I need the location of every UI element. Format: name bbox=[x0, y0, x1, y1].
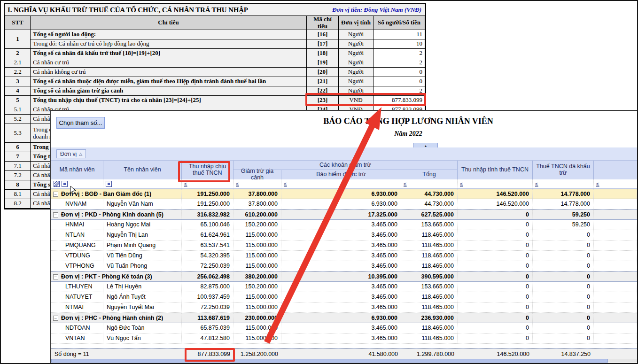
employee-value: 14.778.000 bbox=[533, 199, 594, 209]
filter-condition-icon-id[interactable] bbox=[62, 181, 68, 187]
group-row-value: 146.520.000 bbox=[458, 189, 533, 199]
employee-value: 0 bbox=[458, 292, 533, 302]
tax-row: 2.2Cá nhân không cư trú[20]Người0 bbox=[5, 68, 425, 77]
employee-row[interactable]: VNTANVũ Ngọc Tấn47.812.580115.000.0003.4… bbox=[51, 333, 637, 344]
collapse-group-icon[interactable]: − bbox=[53, 274, 58, 279]
tax-row-value: 0 bbox=[373, 68, 425, 77]
filter-cell-employee-name bbox=[103, 179, 182, 188]
employee-row[interactable]: LTHUYENLê Thị Huyền82.875.000150.200.000… bbox=[51, 282, 637, 292]
filter-condition-icon-name[interactable] bbox=[106, 181, 112, 187]
tax-row-code: [18] bbox=[307, 49, 339, 58]
tax-row-stt: 2 bbox=[5, 49, 31, 58]
employee-empty bbox=[594, 333, 637, 343]
employee-name: Hoàng Ngọc Mai bbox=[103, 220, 182, 230]
group-row-empty bbox=[594, 272, 637, 281]
column-header-insurance-deduction[interactable]: Bảo hiểm được trừ bbox=[281, 170, 401, 179]
employee-value: 118.465.000 bbox=[401, 302, 458, 312]
employee-id: NDTOAN bbox=[51, 323, 103, 333]
column-header-family-deduction[interactable]: Giảm trừ gia cảnh bbox=[233, 170, 281, 179]
group-row-value: 380.200.000 bbox=[233, 272, 281, 281]
group-row[interactable]: −Đơn vị : BGĐ - Ban Giám đốc (1)191.250.… bbox=[51, 189, 637, 199]
employee-empty bbox=[594, 302, 637, 312]
group-row-value: 14.778.000 bbox=[533, 189, 594, 199]
group-row-value: 230.000.000 bbox=[233, 313, 281, 323]
employee-value: 3.465.000 bbox=[281, 302, 401, 312]
employee-value: 65.875.039 bbox=[182, 323, 233, 333]
employee-value: 0 bbox=[533, 333, 594, 343]
tax-row-unit: Người bbox=[339, 30, 373, 39]
employee-row[interactable]: VTDUNGVũ Tiến Dũng54.320.395115.000.0003… bbox=[51, 251, 637, 261]
group-by-panel[interactable]: Đơn vị △ bbox=[51, 147, 637, 161]
column-header-employee-id[interactable]: Mã nhân viên bbox=[51, 161, 103, 179]
employee-value: 118.465.000 bbox=[401, 230, 458, 240]
group-row[interactable]: −Đơn vị : PHC - Phòng Hành chính (2)113.… bbox=[51, 313, 637, 323]
tax-row-stt: 2.1 bbox=[5, 58, 31, 68]
employee-row[interactable]: HNMAIHoàng Ngọc Mai65.100.046150.200.000… bbox=[51, 220, 637, 230]
tax-row-value: 0 bbox=[373, 77, 425, 86]
group-row-label: −Đơn vị : BGĐ - Ban Giám đốc (1) bbox=[51, 189, 182, 199]
tax-row-label: Cá nhân cư trú bbox=[31, 58, 307, 68]
employee-row[interactable]: NTLANNguyễn Thị Lan61.624.961115.000.000… bbox=[51, 230, 637, 240]
employee-id: PMQUANG bbox=[51, 240, 103, 250]
column-header-tax-withheld[interactable]: Thuế TNCN đã khấu trừ bbox=[533, 161, 594, 179]
employee-value: 3.465.000 bbox=[281, 251, 401, 261]
column-header-taxable-income[interactable]: Thu nhập chịu thuế TNCN bbox=[182, 161, 233, 179]
tax-row: 4Tổng số cá nhân giảm trừ gia cảnh[22]Ng… bbox=[5, 86, 425, 96]
employee-row[interactable]: NTMAINguyễn Tuyết Mai72.250.039115.000.0… bbox=[51, 302, 637, 313]
filter-operator-icon[interactable]: ≤ bbox=[236, 181, 239, 187]
filter-operator-icon[interactable]: ≤ bbox=[284, 181, 287, 187]
employee-empty bbox=[594, 261, 637, 271]
employee-value: 115.000.000 bbox=[233, 261, 281, 271]
employee-value: 153.665.000 bbox=[401, 220, 458, 230]
tax-row-code: [16] bbox=[307, 30, 339, 39]
group-row[interactable]: −Đơn vị : PKT - Phòng Kế toán (3)256.062… bbox=[51, 271, 637, 282]
employee-value: 0 bbox=[533, 282, 594, 292]
collapse-group-icon[interactable]: − bbox=[53, 212, 58, 217]
employee-value: 118.465.000 bbox=[401, 240, 458, 250]
collapse-group-icon[interactable]: − bbox=[53, 316, 58, 321]
column-header-employee-name[interactable]: Tên nhân viên bbox=[103, 161, 182, 179]
employee-id: NTMAI bbox=[51, 302, 103, 312]
tax-row-value: 10 bbox=[373, 39, 425, 49]
column-header-deduction-total[interactable]: Tổng bbox=[401, 170, 458, 179]
grid-data-rows: −Đơn vị : BGĐ - Ban Giám đốc (1)191.250.… bbox=[51, 189, 637, 349]
employee-id: VTDUNG bbox=[51, 251, 103, 261]
group-row-label: −Đơn vị : PHC - Phòng Hành chính (2) bbox=[51, 313, 182, 323]
filter-operator-icon[interactable]: ≤ bbox=[535, 181, 538, 187]
horizontal-scrollbar-thumb[interactable] bbox=[51, 359, 608, 363]
collapse-group-icon[interactable]: − bbox=[53, 192, 58, 197]
tax-row-unit: Người bbox=[339, 39, 373, 49]
choose-parameters-button[interactable]: Chọn tham số... bbox=[56, 117, 105, 129]
employee-value: 0 bbox=[458, 251, 533, 261]
tax-row: 2Tổng số cá nhân đã khấu trừ thuế [18]=[… bbox=[5, 49, 425, 58]
group-row-text: Đơn vị : PHC - Phòng Hành chính (2) bbox=[61, 313, 163, 323]
filter-cell-employee-id bbox=[51, 179, 103, 188]
group-by-chip-don-vi[interactable]: Đơn vị △ bbox=[56, 149, 86, 158]
group-row-value: 0 bbox=[533, 313, 594, 323]
filter-funnel-icon[interactable] bbox=[54, 181, 60, 187]
tax-row-stt: 2.2 bbox=[5, 68, 31, 77]
filter-operator-icon[interactable]: ≤ bbox=[596, 181, 599, 187]
employee-row[interactable]: NDTOANNgô Đức Toàn65.875.039115.000.0003… bbox=[51, 323, 637, 333]
tax-row-value: 2 bbox=[373, 49, 425, 58]
tax-row-label: Tổng số cá nhân giảm trừ gia cảnh bbox=[31, 86, 307, 96]
group-row[interactable]: −Đơn vị : PKD - Phòng Kinh doanh (5)316.… bbox=[51, 209, 637, 220]
filter-operator-icon[interactable]: ≤ bbox=[460, 181, 463, 187]
employee-row[interactable]: VTPHONGVũ Tuấn Phong72.250.039115.000.00… bbox=[51, 261, 637, 271]
employee-row[interactable]: PMQUANGPhạm Minh Quang63.537.541115.000.… bbox=[51, 240, 637, 251]
footer-spacer bbox=[103, 349, 182, 359]
filter-operator-icon[interactable]: ≤ bbox=[184, 181, 187, 187]
sort-ascending-icon: △ bbox=[79, 152, 82, 156]
tax-col-chi-tieu: Chỉ tiêu bbox=[31, 16, 307, 30]
employee-value: 82.875.000 bbox=[182, 282, 233, 292]
filter-operator-icon[interactable]: ≤ bbox=[404, 181, 407, 187]
employee-row[interactable]: NVNAMNguyễn Văn Nam191.250.00037.800.000… bbox=[51, 199, 637, 209]
grid-header-row: Mã nhân viên Tên nhân viên Thu nhập chịu… bbox=[51, 161, 637, 179]
horizontal-scrollbar[interactable] bbox=[51, 359, 637, 363]
employee-value: 0 bbox=[533, 323, 594, 333]
employee-value: 0 bbox=[533, 292, 594, 302]
employee-row[interactable]: NATUYETNgô Ánh Tuyết100.937.459115.000.0… bbox=[51, 292, 637, 302]
employee-value: 115.000.000 bbox=[233, 251, 281, 261]
column-header-assessable-income[interactable]: Thu nhập tính thuế TNCN bbox=[458, 161, 533, 179]
employee-id: VNTAN bbox=[51, 333, 103, 343]
